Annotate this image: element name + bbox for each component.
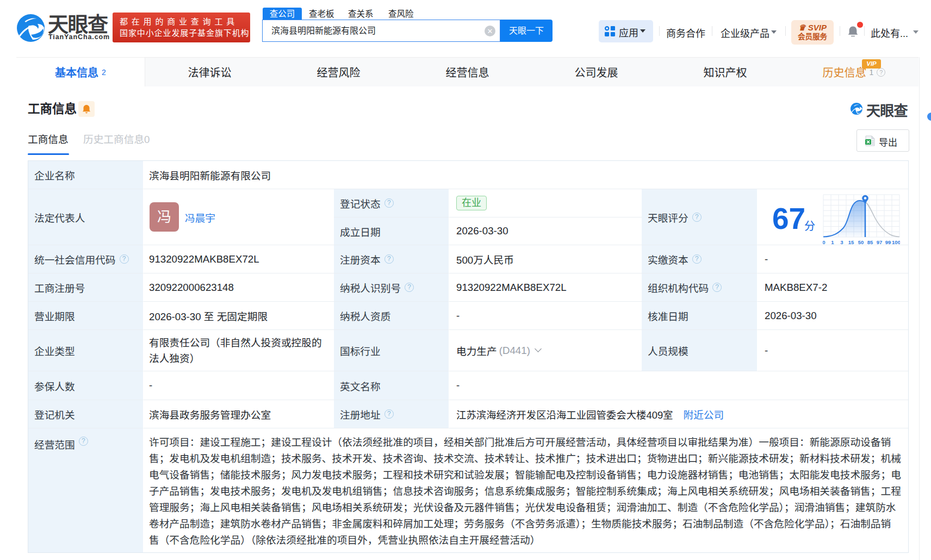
svg-text:0: 0 <box>823 239 826 245</box>
svg-text:85: 85 <box>867 239 873 245</box>
svg-text:15: 15 <box>848 239 854 245</box>
svg-text:97: 97 <box>877 239 883 245</box>
svg-text:1: 1 <box>831 239 834 245</box>
svg-text:100: 100 <box>892 239 900 245</box>
svg-text:3: 3 <box>840 239 843 245</box>
svg-text:50: 50 <box>858 239 864 245</box>
svg-text:99: 99 <box>885 239 891 245</box>
